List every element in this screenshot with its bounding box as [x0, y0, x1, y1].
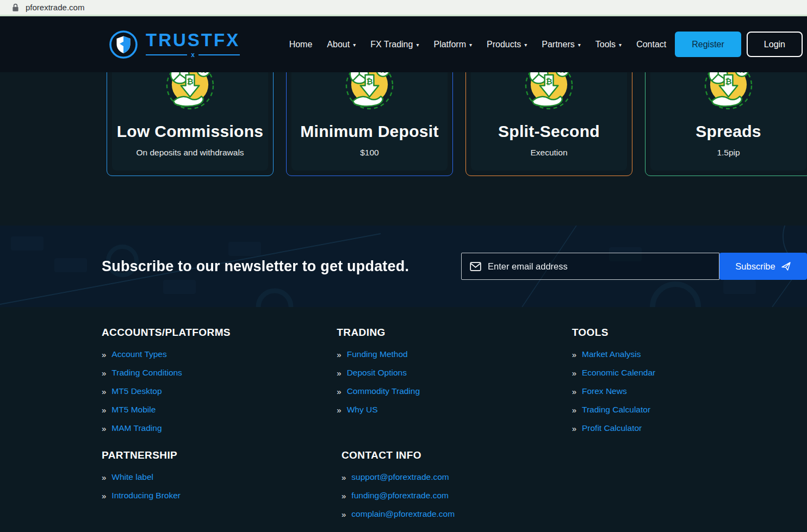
main-nav: Home About▾ FX Trading▾ Platform▾ Produc…	[289, 40, 667, 49]
footer-link[interactable]: »Commodity Trading	[337, 382, 572, 400]
nav-item-products[interactable]: Products▾	[487, 40, 527, 49]
double-chevron-icon: »	[572, 350, 576, 359]
footer-link[interactable]: »Profit Calculator	[572, 419, 807, 437]
double-chevron-icon: »	[572, 424, 576, 433]
footer-link[interactable]: »Introducing Broker	[102, 486, 342, 505]
footer-link[interactable]: »Funding Method	[337, 345, 572, 364]
double-chevron-icon: »	[102, 387, 106, 396]
nav-item-contact[interactable]: Contact	[636, 40, 666, 49]
feature-subtitle: On deposits and withdrawals	[136, 148, 244, 158]
footer-link[interactable]: »support@pforextrade.com	[342, 468, 581, 486]
svg-text:₿: ₿	[725, 77, 731, 86]
footer-link[interactable]: »Trading Conditions	[102, 364, 337, 382]
svg-text:%: %	[559, 72, 566, 74]
lock-icon	[12, 3, 19, 12]
double-chevron-icon: »	[337, 387, 341, 396]
nav-item-partners[interactable]: Partners▾	[542, 40, 581, 49]
footer-link[interactable]: »Account Types	[102, 345, 337, 364]
envelope-icon	[470, 262, 481, 271]
chevron-down-icon: ▾	[578, 42, 581, 48]
footer-column-contact-info: CONTACT INFO »support@pforextrade.com »f…	[342, 449, 581, 523]
browser-url-bar[interactable]: pforextrade.com	[0, 0, 807, 16]
feature-subtitle: Execution	[530, 148, 567, 158]
svg-text:%: %	[380, 72, 386, 74]
feature-card-low-commissions: % ₿ Low Commissions On deposits and with…	[107, 72, 274, 176]
crypto-hand-icon: % ₿	[703, 72, 754, 115]
feature-title: Spreads	[696, 122, 761, 141]
footer-link[interactable]: »funding@pforextrade.com	[342, 486, 581, 505]
double-chevron-icon: »	[102, 473, 106, 482]
footer-heading: CONTACT INFO	[342, 449, 581, 461]
double-chevron-icon: »	[572, 387, 576, 396]
newsletter-headline: Subscribe to our newsletter to get updat…	[102, 258, 409, 275]
feature-subtitle: $100	[360, 148, 378, 158]
feature-subtitle: 1.5pip	[717, 148, 740, 158]
crypto-hand-icon: % ₿	[523, 72, 575, 115]
url-text: pforextrade.com	[26, 3, 84, 12]
svg-text:₿: ₿	[366, 77, 373, 86]
crypto-hand-icon: % ₿	[164, 72, 216, 115]
svg-text:₿: ₿	[545, 77, 552, 86]
subscribe-button[interactable]: Subscribe	[719, 253, 807, 280]
register-button[interactable]: Register	[675, 32, 741, 57]
email-input[interactable]	[488, 261, 711, 272]
footer-heading: PARTNERSHIP	[102, 449, 342, 461]
nav-item-about[interactable]: About▾	[327, 40, 356, 49]
footer-link[interactable]: »complain@pforextrade.com	[342, 505, 581, 523]
footer-link[interactable]: »Deposit Options	[337, 364, 572, 382]
chevron-down-icon: ▾	[524, 42, 527, 48]
feature-title: Split-Second	[498, 122, 600, 141]
footer-link[interactable]: »White label	[102, 468, 342, 486]
chevron-down-icon: ▾	[619, 42, 622, 48]
footer-link[interactable]: »Economic Calendar	[572, 364, 807, 382]
double-chevron-icon: »	[342, 510, 346, 519]
crypto-hand-icon: % ₿	[344, 72, 395, 115]
double-chevron-icon: »	[102, 491, 106, 500]
footer-heading: TRADING	[337, 327, 572, 339]
footer-link[interactable]: »Trading Calculator	[572, 400, 807, 419]
double-chevron-icon: »	[102, 368, 106, 378]
login-button[interactable]: Login	[747, 32, 803, 57]
feature-card-spreads: % ₿ Spreads 1.5pip	[645, 72, 807, 176]
nav-item-platform[interactable]: Platform▾	[433, 40, 472, 49]
nav-item-fx-trading[interactable]: FX Trading▾	[370, 40, 419, 49]
double-chevron-icon: »	[572, 405, 576, 415]
double-chevron-icon: »	[102, 405, 106, 415]
nav-item-home[interactable]: Home	[289, 40, 313, 49]
footer-heading: TOOLS	[572, 327, 807, 339]
footer: ACCOUNTS/PLATFORMS »Account Types »Tradi…	[0, 307, 807, 532]
chevron-down-icon: ▾	[469, 42, 472, 48]
svg-text:%: %	[738, 72, 745, 74]
feature-card-split-second: % ₿ Split-Second Execution	[465, 72, 632, 176]
subscribe-form: Subscribe	[461, 253, 807, 280]
email-input-wrap	[461, 253, 719, 280]
newsletter-section: Subscribe to our newsletter to get updat…	[0, 226, 807, 307]
feature-card-minimum-deposit: % ₿ Minimum Deposit $100	[286, 72, 453, 176]
svg-text:%: %	[200, 72, 207, 74]
footer-link[interactable]: »Why US	[337, 400, 572, 419]
feature-title: Low Commissions	[117, 122, 264, 141]
double-chevron-icon: »	[102, 350, 106, 359]
footer-column-tools: TOOLS »Market Analysis »Economic Calenda…	[572, 327, 807, 437]
double-chevron-icon: »	[102, 424, 106, 433]
double-chevron-icon: »	[572, 368, 576, 378]
brand-logo[interactable]: TRUSTFX x	[109, 30, 240, 59]
footer-column-trading: TRADING »Funding Method »Deposit Options…	[337, 327, 572, 437]
double-chevron-icon: »	[337, 368, 341, 378]
chevron-down-icon: ▾	[353, 42, 356, 48]
features-section: % ₿ Low Commissions On deposits and with…	[0, 72, 807, 226]
feature-cards-row: % ₿ Low Commissions On deposits and with…	[0, 72, 807, 195]
footer-link[interactable]: »Market Analysis	[572, 345, 807, 364]
nav-item-tools[interactable]: Tools▾	[595, 40, 622, 49]
footer-column-partnership: PARTNERSHIP »White label »Introducing Br…	[102, 449, 342, 523]
shield-logo-icon	[109, 30, 138, 59]
footer-link[interactable]: »MT5 Mobile	[102, 400, 337, 419]
double-chevron-icon: »	[337, 350, 341, 359]
svg-text:₿: ₿	[187, 77, 193, 86]
footer-heading: ACCOUNTS/PLATFORMS	[102, 327, 337, 339]
footer-link[interactable]: »Forex News	[572, 382, 807, 400]
footer-link[interactable]: »MT5 Desktop	[102, 382, 337, 400]
double-chevron-icon: »	[337, 405, 341, 415]
double-chevron-icon: »	[342, 473, 346, 482]
footer-link[interactable]: »MAM Trading	[102, 419, 337, 437]
